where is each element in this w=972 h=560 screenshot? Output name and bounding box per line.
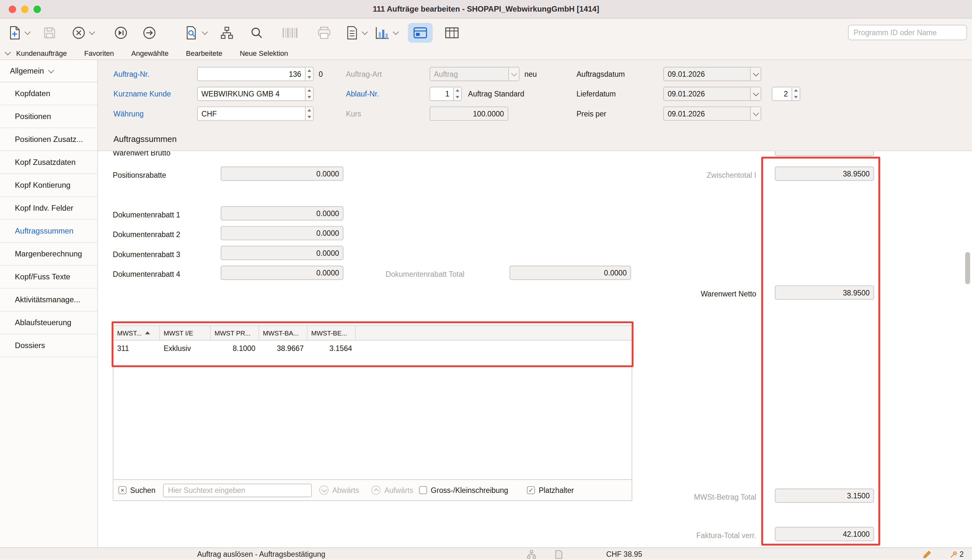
chevron-down-icon[interactable] [4,49,11,57]
sidebar-item-positionen-zusatz[interactable]: Positionen Zusatz... [0,128,97,151]
column-header-mwst-pr[interactable]: MWST PR... [211,326,259,340]
edit-pencil-icon[interactable] [922,548,932,560]
cancel-icon[interactable] [69,23,88,42]
auftrag-nr-label[interactable]: Auftrag-Nr. [113,67,149,81]
go-forward-icon[interactable] [140,23,159,42]
auftrag-nr-field[interactable]: 136 [197,67,314,81]
new-document-chevron-icon[interactable] [23,29,31,36]
dokumentenrabatt4-field: 0.0000 [221,266,343,280]
column-header-mwst-ie[interactable]: MWST I/E [160,326,211,340]
kurzname-stepper[interactable] [305,87,313,100]
hierarchy-icon[interactable] [218,23,236,42]
ablauf-nr-label[interactable]: Ablauf-Nr. [346,87,379,101]
preis-per-field[interactable]: 09.01.2026 [663,107,761,121]
menu-item-bearbeitete[interactable]: Bearbeitete [186,49,223,57]
preview-chevron-icon[interactable] [201,29,208,36]
sidebar-item-ablaufsteuerung[interactable]: Ablaufsteuerung [0,312,97,335]
sidebar-item-positionen[interactable]: Positionen [0,105,97,128]
toolbar [0,19,972,47]
sidebar-item-kopf-fuss-texte[interactable]: Kopf/Fuss Texte [0,266,97,289]
search-icon[interactable] [248,23,266,42]
sidebar-item-kopfdaten[interactable]: Kopfdaten [0,82,97,105]
table-grid-icon[interactable] [443,23,462,42]
section-title: Auftragssummen [113,135,177,144]
app-window: 111 Aufträge bearbeiten - SHOPAPI_Webwir… [0,0,972,560]
dokumentenrabatt1-label: Dokumentenrabatt 1 [113,207,180,222]
column-header-mwst-ba[interactable]: MWST-BA... [259,326,308,340]
cancel-chevron-icon[interactable] [88,29,95,36]
lieferdatum-field[interactable]: 09.01.2026 [663,87,761,101]
lieferdatum-extra-stepper[interactable] [791,87,800,100]
dokumentenrabatt3-label: Dokumentenrabatt 3 [113,247,180,261]
dokumentenrabatt4-label: Dokumentenrabatt 4 [113,267,180,281]
card-view-icon[interactable] [408,23,433,42]
ablauf-nr-field[interactable]: 1 [430,87,462,101]
scrollbar-thumb[interactable] [965,252,970,284]
kurzname-kunde-label[interactable]: Kurzname Kunde [113,87,171,101]
dokumentenrabatt2-label: Dokumentenrabatt 2 [113,227,180,241]
faktura-total-field: 42.1000 [775,527,874,541]
waehrung-field[interactable]: CHF [197,107,314,121]
menu-item-favoriten[interactable]: Favoriten [84,49,114,57]
auftrag-art-status: neu [524,67,537,81]
positionsrabatte-label: Positionsrabatte [113,168,166,182]
search-close-checkbox[interactable]: × [119,486,127,494]
chevron-down-icon [48,67,55,75]
platzhalter-checkbox[interactable]: ✓ [527,486,535,494]
auftragsdatum-field[interactable]: 09.01.2026 [663,67,761,81]
column-header-mwst[interactable]: MWST... [113,326,160,340]
auftrag-nr-stepper[interactable] [305,67,313,80]
case-sensitive-checkbox[interactable] [419,486,427,494]
program-search-input[interactable] [848,25,967,40]
document-list-chevron-icon[interactable] [361,29,368,36]
menu-item-angewaehlte[interactable]: Angewählte [131,49,169,57]
new-document-icon[interactable] [6,23,23,42]
sidebar-item-kopf-kontierung[interactable]: Kopf Kontierung [0,174,97,197]
menu-item-neue-selektion[interactable]: Neue Selektion [239,49,288,57]
sidebar-item-dossiers[interactable]: Dossiers [0,335,97,357]
kurzname-kunde-field[interactable]: WEBWIRKUNG GMB 4 [197,87,314,101]
table-search-input[interactable] [163,483,312,497]
sidebar-item-auftragssummen[interactable]: Auftragssummen [0,220,97,243]
lieferdatum-extra-field[interactable]: 2 [772,87,800,101]
chart-icon[interactable] [373,23,392,42]
auftrag-nr-suffix: 0 [319,67,323,81]
document-icon [555,548,563,560]
barcode-icon [280,23,300,42]
warenwert-brutto-field [775,150,874,156]
zwischentotal-label: Zwischentotal I [620,168,756,182]
save-icon [41,23,59,42]
chart-chevron-icon[interactable] [392,29,399,36]
chevron-down-icon[interactable] [752,110,759,117]
chevron-down-icon[interactable] [752,90,759,97]
table-row[interactable]: 311 Exklusiv 8.1000 38.9667 3.1564 [113,341,632,357]
document-list-icon[interactable] [343,23,361,42]
sidebar-item-margenberechnung[interactable]: Margenberechnung [0,243,97,265]
column-header-mwst-be[interactable]: MWST-BE... [308,326,356,340]
dokumentenrabatt-total-field: 0.0000 [510,266,631,280]
sidebar-group-allgemein[interactable]: Allgemein [0,60,97,82]
chevron-down-icon [510,70,518,78]
waehrung-stepper[interactable] [305,107,313,120]
down-circle-icon [320,485,329,495]
menu-item-kundenauftraege[interactable]: Kundenaufträge [16,49,67,57]
skip-to-end-icon[interactable] [112,23,130,42]
status-amount: CHF 38.95 [606,548,642,560]
kurs-field: 100.0000 [430,107,508,121]
waehrung-label[interactable]: Währung [113,107,143,121]
print-icon [315,23,334,42]
auftragssummen-content: Warenwert Brutto Positionsrabatte 0.0000… [98,150,972,547]
chevron-down-icon[interactable] [752,70,759,78]
ablauf-nr-stepper[interactable] [453,87,461,100]
sidebar-item-kopf-indv-felder[interactable]: Kopf Indv. Felder [0,197,97,220]
sidebar-item-aktivitaetsmanagement[interactable]: Aktivitätsmanage... [0,289,97,312]
titlebar: 111 Aufträge bearbeiten - SHOPAPI_Webwir… [0,0,972,19]
sidebar-item-kopf-zusatzdaten[interactable]: Kopf Zusatzdaten [0,151,97,174]
mwst-betrag-total-label: MWSt-Betrag Total [620,490,756,504]
zwischentotal-field: 38.9500 [775,167,874,181]
mwst-table-header: MWST... MWST I/E MWST PR... MWST-BA... M… [113,326,632,341]
auftrag-art-dropdown: Auftrag [430,67,519,81]
gross-klein-label: Gross-/Kleinschreibung [431,486,508,495]
vertical-scrollbar[interactable] [965,96,971,545]
preview-search-icon[interactable] [182,23,201,42]
